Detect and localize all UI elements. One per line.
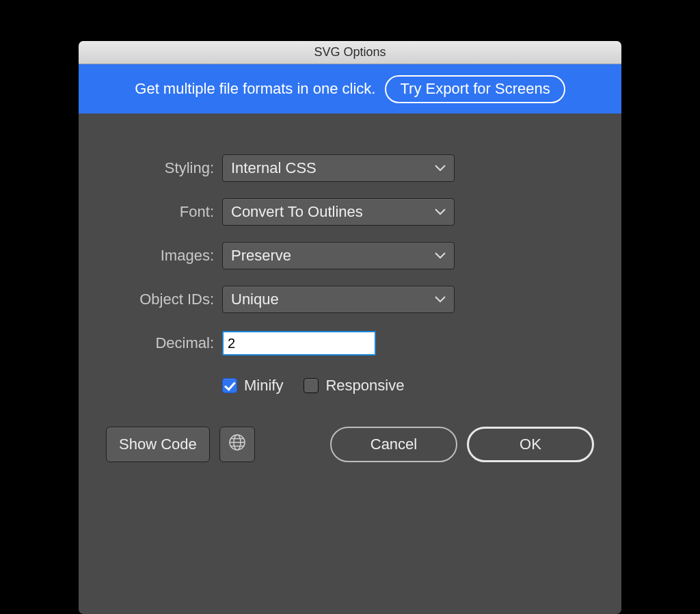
chevron-down-icon: [435, 296, 446, 303]
show-code-button[interactable]: Show Code: [106, 427, 210, 462]
decimal-label: Decimal:: [106, 334, 222, 352]
dialog-title: SVG Options: [314, 45, 386, 59]
font-select-value: Convert To Outlines: [231, 203, 363, 221]
chevron-down-icon: [435, 252, 446, 259]
chevron-down-icon: [435, 165, 446, 172]
globe-icon: [228, 433, 246, 455]
responsive-checkbox[interactable]: Responsive: [304, 377, 404, 395]
minify-checkbox[interactable]: Minify: [222, 377, 283, 395]
object-ids-select[interactable]: Unique: [222, 286, 455, 313]
chevron-down-icon: [435, 209, 446, 215]
web-preview-button[interactable]: [219, 427, 255, 462]
try-export-for-screens-button[interactable]: Try Export for Screens: [385, 75, 565, 103]
dialog-titlebar[interactable]: SVG Options: [79, 41, 621, 64]
object-ids-label: Object IDs:: [106, 291, 222, 308]
ok-button[interactable]: OK: [467, 427, 594, 462]
minify-checkbox-label: Minify: [244, 377, 283, 395]
images-label: Images:: [106, 247, 222, 265]
checkbox-checked-icon: [222, 378, 237, 393]
styling-label: Styling:: [106, 159, 222, 177]
promo-banner-text: Get multiple file formats in one click.: [135, 80, 375, 98]
font-label: Font:: [106, 203, 222, 221]
font-select[interactable]: Convert To Outlines: [222, 198, 455, 226]
styling-select[interactable]: Internal CSS: [222, 155, 455, 182]
dialog-footer: Show Code Cancel OK: [106, 427, 594, 462]
promo-banner: Get multiple file formats in one click. …: [79, 64, 621, 114]
responsive-checkbox-label: Responsive: [325, 377, 404, 395]
styling-select-value: Internal CSS: [231, 159, 317, 177]
svg-options-dialog: SVG Options Get multiple file formats in…: [79, 41, 621, 614]
decimal-input[interactable]: [222, 331, 376, 356]
images-select-value: Preserve: [231, 247, 291, 265]
checkbox-unchecked-icon: [304, 378, 319, 393]
dialog-body: Styling: Internal CSS Font: Convert To O…: [79, 114, 621, 498]
images-select[interactable]: Preserve: [222, 242, 455, 269]
object-ids-select-value: Unique: [231, 291, 279, 308]
cancel-button[interactable]: Cancel: [330, 427, 457, 462]
